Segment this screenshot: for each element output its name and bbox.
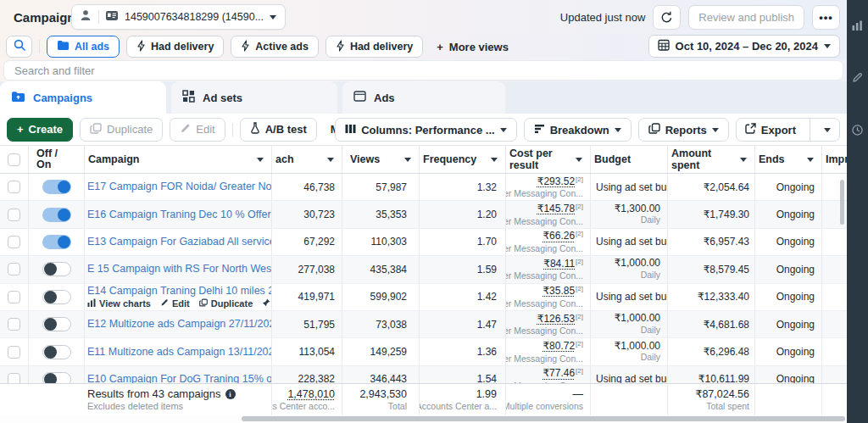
campaign-toggle[interactable]: [42, 262, 71, 276]
campaign-link[interactable]: E17 Campaign FOR Noida/ Greater Noida 17…: [87, 181, 271, 193]
pencil-icon[interactable]: [852, 71, 863, 86]
review-and-publish-button[interactable]: Review and publish: [688, 5, 804, 30]
date-range-picker[interactable]: Oct 10, 2024 – Dec 20, 2024: [648, 35, 840, 58]
filter-pill-active-ads[interactable]: Active ads: [231, 36, 319, 58]
edit-button[interactable]: Edit: [170, 118, 225, 142]
column-budget[interactable]: Budget: [591, 146, 668, 173]
footer-impressions: [822, 384, 847, 415]
campaign-link[interactable]: E14 Campaign Traning Delhi 10 miles 29/1…: [87, 285, 271, 298]
create-button[interactable]: + Create: [7, 118, 73, 142]
columns-button[interactable]: Columns: Performance ...: [335, 118, 516, 142]
column-cost-per-result[interactable]: Cost per result: [506, 146, 591, 173]
column-views[interactable]: Views: [342, 146, 420, 173]
campaign-link[interactable]: E 15 Campaign with RS For North West: [87, 263, 271, 276]
campaign-cell: E17 Campaign FOR Noida/ Greater Noida 17…: [85, 174, 272, 200]
export-dropdown[interactable]: [815, 119, 839, 141]
ends-cell: Ongoing: [755, 311, 822, 337]
amount-spent-cell: ₹12,333.40: [668, 284, 755, 310]
row-toggle-cell: [29, 311, 85, 337]
campaign-link[interactable]: E11 Multizone ads Campaign 13/11/2024: [87, 346, 271, 359]
amount-spent-cell: ₹6,296.48: [668, 338, 755, 365]
search-input[interactable]: [3, 60, 843, 81]
cost-footnote-ref: [2]: [576, 313, 583, 320]
campaign-toggle[interactable]: [42, 317, 71, 331]
divider: [98, 10, 99, 24]
row-action-view-charts[interactable]: View charts: [87, 298, 151, 309]
cost-footnote-ref: [2]: [576, 285, 583, 292]
account-selector[interactable]: 1459007634818299 (14590...: [71, 4, 286, 30]
campaign-toggle[interactable]: [42, 372, 71, 383]
row-checkbox[interactable]: [8, 263, 20, 276]
bar-chart-icon[interactable]: [852, 19, 863, 34]
campaign-toggle[interactable]: [42, 208, 71, 222]
campaign-toggle[interactable]: [42, 345, 71, 359]
date-range-label: Oct 10, 2024 – Dec 20, 2024: [676, 40, 818, 53]
row-checkbox[interactable]: [8, 373, 20, 383]
toggle-knob: [44, 373, 57, 383]
footer-cost: — Multiple conversions: [506, 384, 591, 415]
campaign-cell-inner: E16 Campaign Traning Dec 10 % Offer D/G/…: [87, 209, 271, 221]
tab-ad-sets[interactable]: Ad sets: [171, 81, 337, 114]
row-toggle-cell: [29, 366, 85, 383]
campaign-toggle[interactable]: [42, 290, 71, 304]
amount-spent-cell: ₹10,611.99: [668, 366, 755, 383]
row-checkbox[interactable]: [8, 291, 20, 303]
campaign-link[interactable]: E13 Campaign For Gaziabad All services 1…: [87, 236, 271, 248]
row-checkbox[interactable]: [8, 236, 20, 248]
column-frequency[interactable]: Frequency: [420, 146, 506, 173]
breakdown-button[interactable]: Breakdown: [524, 118, 632, 142]
reports-button[interactable]: Reports: [638, 118, 729, 142]
column-amount-spent[interactable]: Amount spent: [668, 146, 755, 173]
table-row: E17 Campaign FOR Noida/ Greater Noida 17…: [0, 174, 847, 201]
row-checkbox[interactable]: [8, 209, 20, 221]
toolbar-right: Columns: Performance ... Breakdown Repor…: [335, 118, 840, 142]
search-button[interactable]: [6, 36, 32, 58]
info-icon[interactable]: i: [225, 389, 236, 399]
row-action-edit[interactable]: Edit: [160, 298, 190, 309]
pin-icon: [262, 298, 270, 309]
ab-test-button[interactable]: A/B test: [240, 118, 317, 142]
clock-icon[interactable]: [852, 124, 863, 139]
campaign-link[interactable]: E10 Campaign For DoG Traning 15% off 08/…: [87, 373, 271, 383]
budget-value: ₹1,000.00: [615, 258, 660, 270]
row-checkbox[interactable]: [8, 181, 20, 193]
horizontal-scrollbar[interactable]: [242, 416, 845, 421]
filter-pill-had-delivery[interactable]: Had delivery: [126, 36, 224, 58]
refresh-button[interactable]: [653, 5, 681, 30]
row-select-cell: [0, 311, 29, 337]
tab-campaigns[interactable]: Campaigns: [0, 81, 166, 114]
more-options-button[interactable]: •••: [812, 5, 840, 30]
campaign-cell: E11 Multizone ads Campaign 13/11/2024: [85, 338, 272, 365]
edit-icon: [160, 298, 169, 309]
views-cell: 599,902: [342, 284, 420, 310]
row-action-pin[interactable]: Pin: [262, 298, 271, 309]
row-action-duplicate[interactable]: Duplicate: [199, 298, 253, 309]
campaign-link[interactable]: E12 Multizone ads Campaign 27/11/2024: [87, 318, 271, 331]
campaign-toggle[interactable]: [42, 235, 71, 249]
toggle-knob: [44, 263, 57, 276]
edit-label: Edit: [196, 123, 214, 136]
filter-pill-had-delivery-2[interactable]: Had delivery: [326, 36, 423, 58]
row-checkbox[interactable]: [8, 318, 20, 331]
campaign-link[interactable]: E16 Campaign Traning Dec 10 % Offer D/G/…: [87, 209, 271, 221]
export-main[interactable]: Export: [737, 119, 804, 141]
vertical-scrollbar[interactable]: [840, 180, 844, 225]
bolt-icon: [136, 40, 146, 54]
column-campaign[interactable]: Campaign: [85, 146, 272, 173]
ab-test-label: A/B test: [265, 123, 307, 136]
reach-cell: 419,971: [272, 284, 342, 310]
frequency-cell: 1.20: [420, 201, 506, 227]
select-all-checkbox[interactable]: [8, 153, 20, 166]
row-checkbox[interactable]: [8, 346, 20, 359]
campaign-toggle[interactable]: [42, 180, 71, 194]
column-reach[interactable]: ach: [272, 146, 342, 173]
export-button[interactable]: Export: [736, 118, 840, 142]
more-views-button[interactable]: + More views: [437, 41, 509, 53]
tab-ads[interactable]: Ads: [342, 81, 505, 114]
duplicate-button[interactable]: Duplicate: [80, 118, 163, 142]
filter-pill-all-ads[interactable]: All ads: [47, 36, 120, 58]
column-ends[interactable]: Ends: [755, 146, 822, 173]
budget-sub-label: Daily: [641, 214, 660, 226]
cost-total-sub: Multiple conversions: [506, 400, 583, 412]
cost-per-result-value: ₹84.11: [543, 258, 575, 270]
